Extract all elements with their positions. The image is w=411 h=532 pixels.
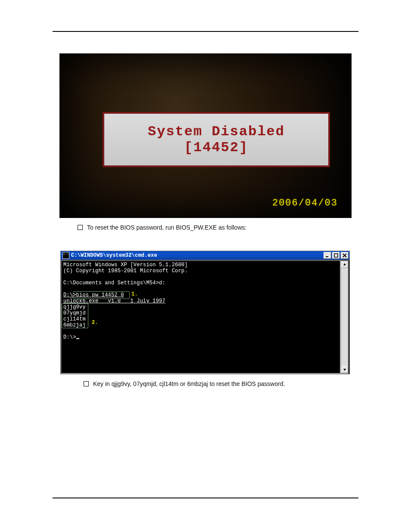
close-button[interactable] (341, 252, 349, 259)
window-title: C:\WINDOWS\system32\cmd.exe (71, 252, 324, 258)
term-line: (C) Copyright 1985-2001 Microsoft Corp. (63, 268, 188, 274)
figure-bios-system-disabled: System Disabled [14452] 2006/04/03 (59, 53, 352, 218)
chevron-up-icon (343, 263, 346, 266)
step-run-biospw: To reset the BIOS password, run BIOS_PW.… (78, 223, 350, 232)
window-buttons (324, 251, 349, 260)
svg-rect-1 (334, 254, 338, 257)
photo-timestamp: 2006/04/03 (272, 198, 338, 208)
scroll-up-button[interactable] (341, 261, 348, 268)
terminal-output[interactable]: Microsoft Windows XP [Version 5.1.2600] … (61, 260, 341, 374)
annotation-label-2: 2. (92, 320, 98, 326)
cmd-icon (62, 252, 69, 259)
step-text: To reset the BIOS password, run BIOS_PW.… (87, 224, 246, 231)
bios-dialog-code: [14452] (184, 140, 248, 156)
term-line: Microsoft Windows XP [Version 5.1.2600] (63, 262, 188, 268)
cursor-icon (76, 338, 79, 339)
term-line: C:\Documents and Settings\M54>d: (63, 280, 165, 286)
close-icon (342, 253, 347, 258)
scroll-down-button[interactable] (341, 366, 348, 373)
minimize-icon (325, 253, 330, 258)
minimize-button[interactable] (324, 252, 331, 259)
page-header (53, 23, 358, 32)
page-footer (53, 498, 358, 500)
maximize-icon (334, 253, 338, 258)
cmd-body: Microsoft Windows XP [Version 5.1.2600] … (61, 260, 349, 374)
step-text: Key in qjjg9vy, 07yqmjd, cjl14tm or 6mbz… (93, 380, 285, 387)
square-bullet-icon (84, 381, 89, 386)
annotation-box-2 (62, 303, 88, 328)
bios-dialog-title: System Disabled (148, 124, 285, 140)
term-prompt: D:\> (63, 334, 79, 340)
bios-dialog: System Disabled [14452] (103, 112, 330, 167)
figure-cmd-window: C:\WINDOWS\system32\cmd.exe Microsoft Wi… (60, 251, 358, 374)
svg-marker-4 (343, 263, 346, 265)
step-enter-password: Key in qjjg9vy, 07yqmjd, cjl14tm or 6mbz… (84, 380, 350, 388)
square-bullet-icon (78, 225, 83, 230)
maximize-button[interactable] (332, 252, 340, 259)
chevron-down-icon (343, 368, 346, 371)
annotation-box-1 (73, 291, 130, 299)
bios-photo: System Disabled [14452] 2006/04/03 (59, 53, 352, 218)
annotation-label-1: 1. (131, 291, 138, 297)
svg-marker-5 (343, 369, 346, 371)
vertical-scrollbar[interactable] (341, 260, 349, 374)
titlebar: C:\WINDOWS\system32\cmd.exe (61, 251, 349, 260)
cmd-window: C:\WINDOWS\system32\cmd.exe Microsoft Wi… (60, 251, 350, 374)
